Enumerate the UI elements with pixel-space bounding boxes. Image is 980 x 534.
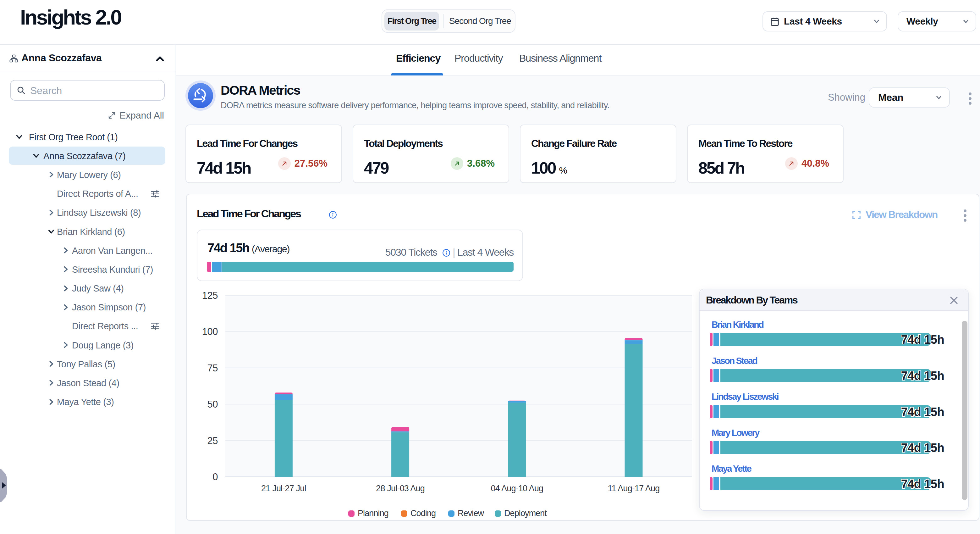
svg-text:100: 100 [202, 326, 218, 337]
svg-text:0: 0 [212, 472, 218, 482]
svg-text:125: 125 [202, 290, 218, 301]
svg-text:75: 75 [207, 363, 218, 374]
svg-text:28 Jul-03 Aug: 28 Jul-03 Aug [376, 484, 425, 493]
svg-text:25: 25 [207, 435, 218, 446]
svg-text:11 Aug-17 Aug: 11 Aug-17 Aug [608, 484, 660, 493]
svg-text:50: 50 [207, 399, 218, 410]
svg-text:21 Jul-27 Jul: 21 Jul-27 Jul [261, 484, 306, 493]
svg-text:04 Aug-10 Aug: 04 Aug-10 Aug [491, 484, 543, 493]
